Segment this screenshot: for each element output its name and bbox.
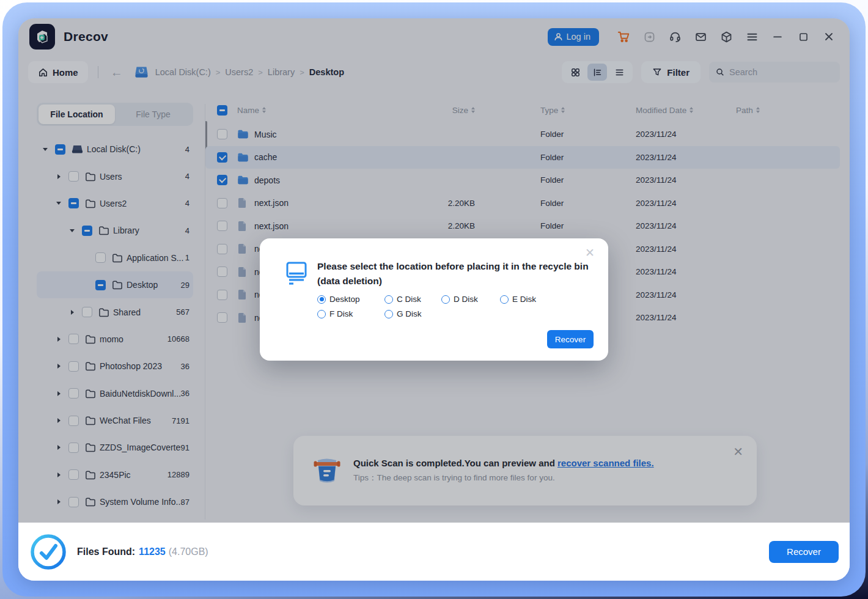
location-options: DesktopC DiskD DiskE DiskF DiskG Disk (317, 295, 594, 318)
files-found-label: Files Found:11235(4.70GB) (77, 546, 208, 557)
monitor-icon (284, 260, 309, 288)
recycle-location-dialog: ✕ Please select the location before plac… (260, 238, 608, 361)
radio-icon (500, 295, 509, 304)
recover-button[interactable]: Recover (769, 541, 839, 563)
dialog-close-icon[interactable]: ✕ (585, 247, 595, 259)
radio-label: G Disk (397, 309, 422, 318)
radio-icon (384, 295, 393, 304)
radio-icon (317, 295, 326, 304)
dialog-title: Please select the location before placin… (317, 259, 592, 288)
radio-icon (384, 310, 393, 318)
location-radio-e-disk[interactable]: E Disk (500, 295, 594, 304)
status-bar: Files Found:11235(4.70GB) Recover (18, 523, 850, 581)
location-radio-d-disk[interactable]: D Disk (441, 295, 500, 304)
files-found-count: 11235 (139, 546, 166, 557)
app-window: Drecov Log in Home ← (18, 18, 850, 581)
dialog-recover-button[interactable]: Recover (547, 330, 594, 348)
radio-label: F Disk (329, 309, 353, 318)
location-radio-c-disk[interactable]: C Disk (384, 295, 441, 304)
check-circle-icon (29, 533, 67, 571)
radio-icon (441, 295, 450, 304)
radio-label: C Disk (397, 295, 421, 304)
radio-icon (317, 310, 326, 318)
radio-label: D Disk (454, 295, 478, 304)
radio-label: Desktop (329, 295, 360, 304)
radio-label: E Disk (512, 295, 536, 304)
location-radio-f-disk[interactable]: F Disk (317, 309, 384, 318)
location-radio-desktop[interactable]: Desktop (317, 295, 384, 304)
files-found-size: (4.70GB) (169, 546, 208, 557)
location-radio-g-disk[interactable]: G Disk (384, 309, 441, 318)
